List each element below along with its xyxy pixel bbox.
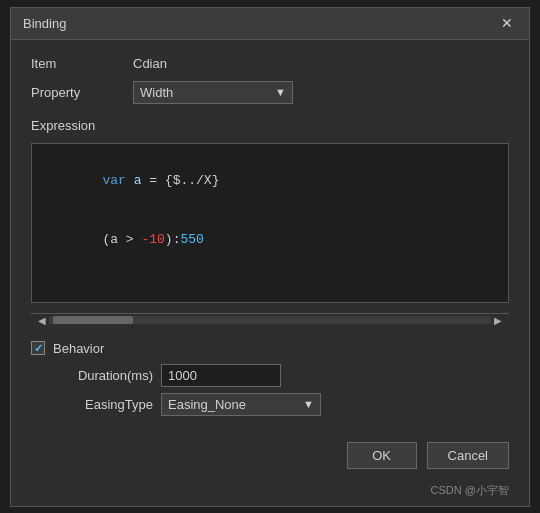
behavior-fields: Duration(ms) EasingType Easing_None ▼ bbox=[31, 364, 509, 416]
easing-dropdown-value: Easing_None bbox=[168, 397, 299, 412]
property-dropdown[interactable]: Width ▼ bbox=[133, 81, 293, 104]
close-button[interactable]: ✕ bbox=[497, 16, 517, 30]
property-dropdown-value: Width bbox=[140, 85, 271, 100]
item-value: Cdian bbox=[133, 56, 167, 71]
item-label: Item bbox=[31, 56, 121, 71]
binding-dialog: Binding ✕ Item Cdian Property Width ▼ Ex… bbox=[10, 7, 530, 507]
expression-label: Expression bbox=[31, 118, 509, 133]
scroll-right-icon[interactable]: ▶ bbox=[491, 315, 505, 326]
behavior-label: Behavior bbox=[53, 341, 104, 356]
chevron-down-icon: ▼ bbox=[275, 86, 286, 98]
checkmark-icon: ✓ bbox=[34, 342, 43, 355]
behavior-checkbox[interactable]: ✓ bbox=[31, 341, 45, 355]
duration-input[interactable] bbox=[161, 364, 281, 387]
watermark: CSDN @小宇智 bbox=[11, 483, 529, 506]
duration-label: Duration(ms) bbox=[53, 368, 153, 383]
easing-row: EasingType Easing_None ▼ bbox=[53, 393, 509, 416]
behavior-header: ✓ Behavior bbox=[31, 341, 509, 356]
expression-editor[interactable]: var a = {$../X} (a > -10):550 bbox=[31, 143, 509, 303]
code-line-2: (a > -10):550 bbox=[40, 210, 500, 269]
scrollbar-track bbox=[49, 316, 491, 324]
scrollbar-thumb[interactable] bbox=[53, 316, 133, 324]
behavior-section: ✓ Behavior Duration(ms) EasingType Easin… bbox=[31, 337, 509, 416]
scroll-left-icon[interactable]: ◀ bbox=[35, 315, 49, 326]
property-label: Property bbox=[31, 85, 121, 100]
duration-row: Duration(ms) bbox=[53, 364, 509, 387]
ok-button[interactable]: OK bbox=[347, 442, 417, 469]
dialog-footer: OK Cancel bbox=[11, 432, 529, 483]
h-scrollbar[interactable]: ◀ ▶ bbox=[31, 313, 509, 327]
dialog-title: Binding bbox=[23, 16, 66, 31]
item-row: Item Cdian bbox=[31, 56, 509, 71]
easing-label: EasingType bbox=[53, 397, 153, 412]
chevron-down-easing-icon: ▼ bbox=[303, 398, 314, 410]
property-row: Property Width ▼ bbox=[31, 81, 509, 104]
code-line-1: var a = {$../X} bbox=[40, 152, 500, 211]
title-bar: Binding ✕ bbox=[11, 8, 529, 40]
cancel-button[interactable]: Cancel bbox=[427, 442, 509, 469]
dialog-body: Item Cdian Property Width ▼ Expression v… bbox=[11, 40, 529, 432]
easing-dropdown[interactable]: Easing_None ▼ bbox=[161, 393, 321, 416]
